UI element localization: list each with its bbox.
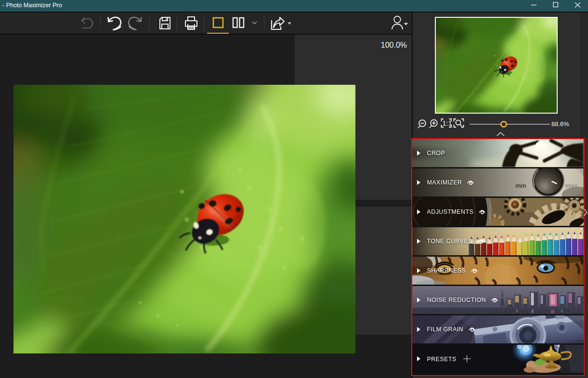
svg-text:max: max bbox=[565, 182, 578, 189]
svg-text:1:1: 1:1 bbox=[443, 119, 452, 127]
svg-text:min: min bbox=[515, 182, 526, 189]
